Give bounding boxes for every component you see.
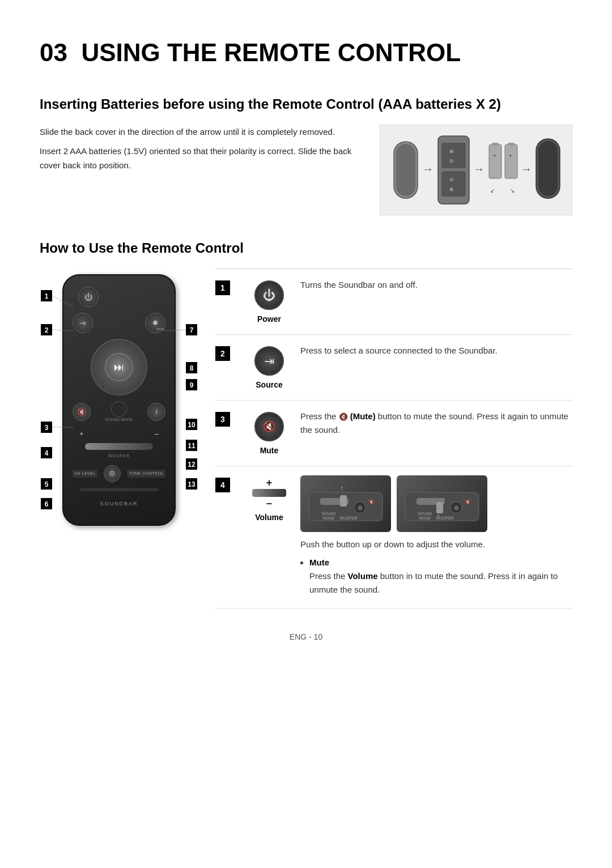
svg-text:⚙: ⚙ (454, 505, 459, 511)
volume-images: ⚙ SOUND MODE WOOFER 🔇 ↑ (300, 475, 572, 532)
info-button[interactable]: i (147, 403, 165, 421)
svg-rect-19 (538, 141, 558, 196)
svg-text:⊕: ⊕ (449, 148, 454, 154)
dpad[interactable]: ⏭ (91, 339, 147, 395)
info-icon: i (156, 407, 158, 417)
source-icon-circle: ⇥ (254, 346, 284, 376)
remote-bottom-bar (79, 488, 159, 491)
volume-slider[interactable] (85, 443, 153, 450)
svg-text:11: 11 (188, 442, 196, 450)
mute-label: Mute (260, 445, 279, 457)
source-symbol-icon: ⇥ (264, 352, 274, 371)
svg-text:MODE: MODE (419, 516, 431, 520)
svg-text:SOUND: SOUND (418, 512, 432, 516)
svg-text:🔇: 🔇 (368, 499, 375, 505)
svg-text:MODE: MODE (323, 516, 335, 520)
footer-text: ENG - 10 (290, 632, 322, 641)
volume-image-1: ⚙ SOUND MODE WOOFER 🔇 ↑ (300, 475, 391, 532)
bluetooth-pair-button[interactable]: ✱ PAIR (145, 313, 165, 333)
svg-rect-22 (41, 290, 52, 301)
mute-symbol-icon: 🔇 (263, 419, 275, 435)
svg-text:↓: ↓ (436, 510, 440, 518)
svg-rect-42 (186, 440, 197, 451)
batteries-text: Slide the back cover in the direction of… (40, 125, 363, 173)
tone-control-button[interactable]: TONE CONTROL (127, 470, 165, 478)
svg-text:+: + (509, 153, 512, 159)
mute-description: Press the 🔇 (Mute) button to mute the so… (295, 410, 572, 457)
power-label: Power (257, 313, 281, 325)
power-symbol-icon: ⏻ (263, 286, 275, 305)
svg-text:12: 12 (188, 461, 196, 469)
mute-icon: 🔇 (78, 407, 86, 417)
svg-text:13: 13 (188, 480, 196, 488)
info-icon-volume: + – Volume (244, 475, 295, 599)
info-icon-mute: 🔇 Mute (244, 410, 295, 457)
svg-rect-50 (41, 498, 52, 509)
volume-plus-label: + (79, 428, 84, 440)
volume-slider-diagram (252, 489, 286, 497)
svg-rect-48 (186, 478, 197, 490)
remote-body: ⏻ ⇥ ✱ PAIR (62, 274, 176, 526)
svg-text:→: → (422, 163, 434, 175)
svg-text:↙: ↙ (490, 188, 495, 194)
info-row-volume: 4 + – Volume (215, 466, 572, 609)
info-table: 1 ⏻ Power Turns the Soundbar on and off. (215, 269, 572, 609)
svg-rect-38 (186, 419, 197, 430)
play-pause-icon: ⏭ (114, 360, 124, 375)
svg-rect-7 (441, 171, 466, 197)
info-row-source: 2 ⇥ Source Press to select a source conn… (215, 335, 572, 401)
volume-plus-icon: + (266, 478, 273, 488)
info-row-mute: 3 🔇 Mute Press the 🔇 (Mute) button to mu… (215, 401, 572, 466)
how-to-section: How to Use the Remote Control ⏻ (40, 238, 572, 609)
svg-text:2: 2 (45, 326, 49, 334)
svg-rect-46 (41, 478, 52, 490)
remote-brand-label: SOUNDBAR (73, 500, 165, 508)
svg-text:↘: ↘ (510, 188, 515, 194)
svg-text:+: + (493, 153, 496, 159)
page-footer: ENG - 10 (40, 631, 572, 643)
svg-text:SOUND: SOUND (321, 512, 335, 516)
batteries-heading: Inserting Batteries before using the Rem… (40, 94, 572, 114)
how-to-heading: How to Use the Remote Control (40, 238, 572, 258)
svg-text:7: 7 (190, 326, 194, 334)
svg-text:5: 5 (45, 480, 49, 488)
volume-plus-minus: + – (252, 478, 286, 508)
svg-text:10: 10 (188, 421, 196, 429)
svg-rect-4 (441, 143, 466, 168)
svg-rect-1 (396, 144, 415, 196)
power-button[interactable]: ⏻ (78, 287, 99, 307)
ch-level-button[interactable]: CH LEVEL (73, 470, 97, 478)
info-num-1: 1 (215, 278, 244, 325)
mute-bullet-title: Mute (309, 558, 329, 567)
batteries-diagram-image: → ⊕ ⊖ ⊖ ⊕ → + (380, 125, 572, 215)
source-button[interactable]: ⇥ (73, 313, 93, 333)
info-icon-source: ⇥ Source (244, 344, 295, 391)
svg-rect-40 (41, 447, 52, 458)
mute-icon-circle: 🔇 (254, 412, 284, 441)
mute-button[interactable]: 🔇 (73, 403, 91, 421)
svg-rect-35 (41, 422, 52, 433)
svg-text:9: 9 (190, 381, 194, 389)
svg-rect-25 (41, 324, 52, 335)
gear-icon: ⚙ (109, 468, 116, 479)
source-label: Source (256, 379, 282, 391)
info-icon-power: ⏻ Power (244, 278, 295, 325)
info-num-3: 3 (215, 410, 244, 457)
svg-text:WOOFER: WOOFER (339, 516, 358, 520)
svg-rect-44 (186, 458, 197, 470)
play-pause-button[interactable]: ⏭ (105, 353, 133, 381)
batteries-section: Inserting Batteries before using the Rem… (40, 94, 572, 215)
power-icon-circle: ⏻ (254, 280, 284, 310)
power-icon: ⏻ (84, 291, 92, 303)
volume-minus-icon: – (266, 498, 272, 508)
svg-rect-14 (505, 144, 517, 178)
settings-button[interactable]: ⚙ (104, 465, 121, 482)
svg-text:→: → (473, 163, 484, 175)
svg-text:⊕: ⊕ (449, 186, 454, 192)
svg-text:⊖: ⊖ (449, 177, 454, 182)
volume-label: Volume (255, 512, 283, 524)
power-description: Turns the Soundbar on and off. (295, 278, 572, 325)
info-row-power: 1 ⏻ Power Turns the Soundbar on and off. (215, 269, 572, 335)
svg-rect-55 (340, 495, 347, 507)
svg-text:🔇: 🔇 (465, 499, 471, 505)
